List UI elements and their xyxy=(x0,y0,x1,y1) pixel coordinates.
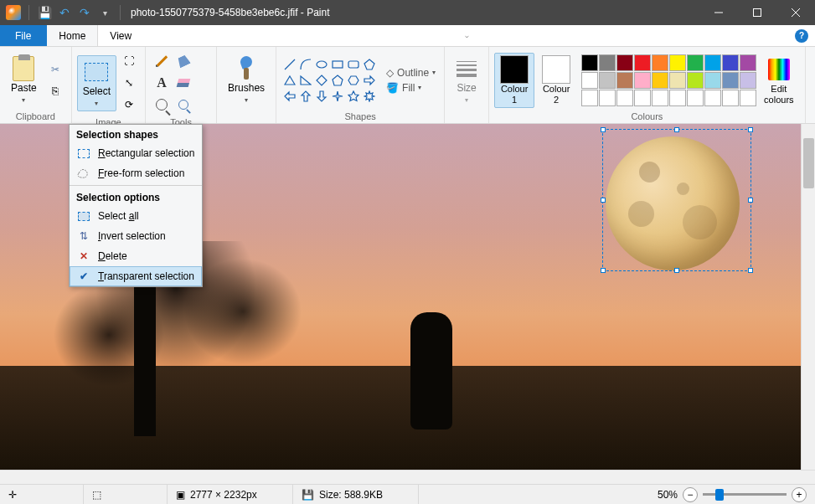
rotate-button[interactable]: ⟳ xyxy=(120,95,138,114)
swatch[interactable] xyxy=(616,72,633,89)
swatch[interactable] xyxy=(581,72,598,89)
save-icon[interactable]: 💾 xyxy=(36,4,53,21)
scissors-icon: ✂ xyxy=(51,64,59,75)
close-button[interactable] xyxy=(776,0,815,25)
status-dimensions: ▣2777 × 2232px xyxy=(168,485,293,504)
colour2-button[interactable]: Colour 2 xyxy=(536,53,576,108)
swatch-empty[interactable] xyxy=(687,90,704,106)
crop-button[interactable]: ⛶ xyxy=(120,52,138,70)
size-button[interactable]: Size▾ xyxy=(450,52,483,108)
swatch-empty[interactable] xyxy=(652,90,668,106)
swatch[interactable] xyxy=(581,54,598,71)
ribbon-tabs: File Home View ⌵ ? xyxy=(0,25,815,47)
copy-button[interactable]: ⎘ xyxy=(46,82,64,100)
eraser-tool[interactable] xyxy=(174,74,193,92)
handle-n[interactable] xyxy=(674,127,679,132)
swatch[interactable] xyxy=(599,72,616,89)
ribbon-collapse-icon[interactable]: ⌵ xyxy=(465,32,469,39)
swatch[interactable] xyxy=(634,54,651,71)
handle-e[interactable] xyxy=(748,198,753,203)
swatch-empty[interactable] xyxy=(616,90,633,106)
edit-colours-button[interactable]: Edit colours xyxy=(758,53,799,108)
swatch-empty[interactable] xyxy=(722,90,739,106)
swatch[interactable] xyxy=(722,54,739,71)
text-tool[interactable]: A xyxy=(152,74,171,92)
swatch[interactable] xyxy=(704,54,721,71)
swatch-empty[interactable] xyxy=(704,90,721,106)
colour-palette[interactable] xyxy=(581,54,756,106)
text-icon: A xyxy=(157,75,167,90)
rotate-icon: ⟳ xyxy=(125,99,133,111)
menu-freeform-selection[interactable]: Free-form selection xyxy=(70,163,202,183)
shape-triangle xyxy=(283,74,297,87)
magnifier-tool[interactable] xyxy=(174,95,193,114)
swatch[interactable] xyxy=(740,72,756,89)
swatch[interactable] xyxy=(634,72,651,89)
help-icon[interactable]: ? xyxy=(795,29,808,43)
swatch[interactable] xyxy=(740,54,756,71)
swatch[interactable] xyxy=(722,72,739,89)
handle-s[interactable] xyxy=(674,268,679,273)
swatch-empty[interactable] xyxy=(634,90,651,106)
svg-rect-2 xyxy=(333,61,343,68)
shape-outline-button[interactable]: ◇Outline ▾ xyxy=(383,66,439,80)
shapes-gallery[interactable] xyxy=(281,56,378,105)
shape-rtriangle xyxy=(299,74,312,87)
shape-hexagon xyxy=(347,74,360,87)
menu-select-all[interactable]: Select all xyxy=(70,206,202,226)
swatch-empty[interactable] xyxy=(740,90,756,106)
swatch[interactable] xyxy=(687,54,704,71)
fill-tool[interactable] xyxy=(174,52,193,70)
zoom-in-button[interactable]: + xyxy=(792,487,807,502)
redo-icon[interactable]: ↷ xyxy=(76,4,93,21)
tab-view[interactable]: View xyxy=(98,25,144,46)
selection-marquee[interactable] xyxy=(602,129,751,271)
brushes-button[interactable]: Brushes▾ xyxy=(222,52,271,108)
menu-delete[interactable]: ✕ Delete xyxy=(70,246,202,266)
handle-nw[interactable] xyxy=(601,127,606,132)
tab-file[interactable]: File xyxy=(0,25,47,46)
zoom-slider[interactable] xyxy=(703,493,787,496)
clipboard-icon xyxy=(13,56,34,81)
zoom-out-button[interactable]: − xyxy=(683,487,698,502)
group-tools: A Tools xyxy=(146,47,217,123)
cut-button[interactable]: ✂ xyxy=(46,60,64,79)
picker-tool[interactable] xyxy=(152,95,171,114)
paste-button[interactable]: Paste▾ xyxy=(5,52,43,108)
handle-sw[interactable] xyxy=(601,268,606,273)
swatch[interactable] xyxy=(652,72,668,89)
ribbon: Paste▾ ✂ ⎘ Clipboard Select▾ ⛶ ⤡ ⟳ Image xyxy=(0,47,815,124)
swatch[interactable] xyxy=(616,54,633,71)
copy-icon: ⎘ xyxy=(52,85,59,97)
undo-icon[interactable]: ↶ xyxy=(56,4,73,21)
swatch-empty[interactable] xyxy=(669,90,686,106)
swatch[interactable] xyxy=(599,54,616,71)
swatch-empty[interactable] xyxy=(599,90,616,106)
resize-button[interactable]: ⤡ xyxy=(120,74,138,92)
colour1-button[interactable]: Colour 1 xyxy=(494,53,534,108)
menu-transparent-selection[interactable]: ✔ Transparent selection xyxy=(70,266,202,286)
tab-home[interactable]: Home xyxy=(47,25,98,46)
handle-se[interactable] xyxy=(748,268,753,273)
paint3d-button[interactable]: Edit with Paint 3D xyxy=(811,50,815,127)
swatch[interactable] xyxy=(669,72,686,89)
horizontal-scrollbar[interactable] xyxy=(0,470,815,484)
swatch[interactable] xyxy=(687,72,704,89)
select-button[interactable]: Select▾ xyxy=(77,55,116,111)
qat-customize-icon[interactable]: ▾ xyxy=(96,4,113,21)
swatch[interactable] xyxy=(669,54,686,71)
bucket-icon xyxy=(176,54,191,69)
handle-w[interactable] xyxy=(601,198,606,203)
vertical-scrollbar[interactable] xyxy=(801,124,815,470)
shape-fill-button[interactable]: 🪣Fill ▾ xyxy=(383,81,439,95)
menu-invert-selection[interactable]: ⇅ Invert selection xyxy=(70,226,202,246)
shape-star4 xyxy=(331,90,344,103)
swatch-empty[interactable] xyxy=(581,90,598,106)
swatch[interactable] xyxy=(652,54,668,71)
menu-rectangular-selection[interactable]: RRectangular selectionectangular selecti… xyxy=(70,143,202,163)
minimize-button[interactable] xyxy=(699,0,738,25)
swatch[interactable] xyxy=(704,72,721,89)
maximize-button[interactable] xyxy=(738,0,776,25)
handle-ne[interactable] xyxy=(748,127,753,132)
pencil-tool[interactable] xyxy=(152,52,171,70)
